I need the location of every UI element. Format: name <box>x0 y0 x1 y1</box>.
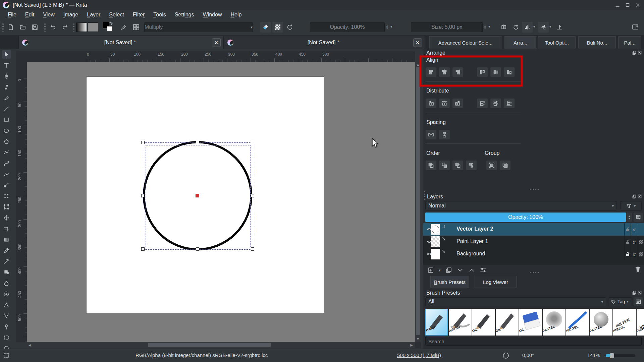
selection-handle-top-center[interactable] <box>196 141 199 144</box>
horizontal-scrollbar[interactable]: ◀ ▶ <box>27 342 415 348</box>
layer-lock-cell[interactable] <box>624 223 631 236</box>
menu-edit[interactable]: Edit <box>21 10 39 20</box>
new-document-button[interactable] <box>5 22 16 33</box>
float-docker-icon[interactable] <box>632 51 636 55</box>
delete-layer-button[interactable] <box>635 266 641 273</box>
tool-ellipse[interactable] <box>2 126 11 135</box>
menu-window[interactable]: Window <box>199 10 226 20</box>
send-to-back-button[interactable] <box>466 160 477 170</box>
opacity-dropdown-arrow[interactable]: ▾ <box>390 24 392 29</box>
undo-button[interactable] <box>48 22 58 33</box>
tag-button[interactable]: Tag ▾ <box>608 297 632 306</box>
snap-button[interactable] <box>554 22 565 33</box>
close-docker-icon[interactable] <box>638 291 642 295</box>
gradient-chooser[interactable] <box>76 22 87 32</box>
tool-edit-shapes[interactable] <box>2 72 11 80</box>
document-tab-1[interactable]: [Not Saved] * ✕ <box>18 36 224 49</box>
scroll-down-arrow[interactable]: ▼ <box>415 337 421 341</box>
tool-enclose-fill[interactable] <box>2 290 11 298</box>
tool-polygon[interactable] <box>2 137 11 146</box>
redo-button[interactable] <box>60 22 70 33</box>
brush-preset[interactable]: WATER <box>449 309 472 336</box>
horizontal-scrollbar-handle[interactable] <box>148 343 271 347</box>
selection-handle-bottom-right[interactable] <box>251 247 254 251</box>
splitter-handle[interactable] <box>530 272 539 273</box>
swap-colors-icon[interactable] <box>109 21 113 25</box>
save-button[interactable] <box>30 22 40 33</box>
tool-multibrush[interactable] <box>2 192 11 200</box>
selection-handle-middle-left[interactable] <box>141 194 145 197</box>
tool-transform[interactable] <box>2 202 11 211</box>
brush-preset[interactable]: INK PEN PENCIL <box>613 309 636 336</box>
tab-log-viewer[interactable]: Log Viewer <box>475 276 517 288</box>
layer-alpha-cell[interactable]: α <box>631 248 637 260</box>
distribute-hcenter-button[interactable] <box>439 98 450 108</box>
lower-button[interactable] <box>452 160 464 170</box>
group-button[interactable] <box>486 160 497 170</box>
presets-view-mode-button[interactable] <box>634 297 643 306</box>
bring-to-front-button[interactable] <box>425 160 437 170</box>
duplicate-layer-button[interactable] <box>445 267 452 274</box>
ungroup-button[interactable] <box>499 160 511 170</box>
tool-line[interactable] <box>2 105 11 113</box>
tool-polyline[interactable] <box>2 148 11 157</box>
zoom-percentage[interactable]: 141% <box>587 352 600 358</box>
vertical-scrollbar[interactable]: ▲ ▼ <box>415 62 421 342</box>
open-document-button[interactable] <box>17 22 28 33</box>
canvas-viewport[interactable] <box>27 62 415 342</box>
vertical-scrollbar-handle[interactable] <box>416 67 420 335</box>
menu-tools[interactable]: Tools <box>149 10 170 20</box>
tool-measure[interactable] <box>2 311 11 320</box>
blend-mode-combo[interactable]: Multiply ▾ <box>144 22 253 32</box>
layer-alpha-cell[interactable]: α <box>631 223 637 236</box>
close-button[interactable] <box>633 1 643 9</box>
menu-settings[interactable]: Settings <box>170 10 199 20</box>
move-layer-down-button[interactable] <box>457 267 464 274</box>
menu-layer[interactable]: Layer <box>83 10 105 20</box>
canvas-page[interactable] <box>87 77 324 313</box>
layer-row-background[interactable]: Background α <box>423 248 644 261</box>
brush-tag-filter-combo[interactable]: All ▾ <box>425 297 606 306</box>
brush-preset[interactable]: OIL <box>519 309 542 336</box>
add-layer-dropdown[interactable]: ▾ <box>439 268 441 273</box>
toolbar-drag-handle[interactable] <box>2 23 4 32</box>
docker-drag-handle[interactable] <box>424 191 425 200</box>
menu-filter[interactable]: Filter <box>128 10 149 20</box>
tool-calligraphy[interactable] <box>2 83 11 92</box>
tool-dynamic-brush[interactable] <box>2 181 11 189</box>
pattern-chooser[interactable] <box>88 22 98 32</box>
move-layer-up-button[interactable] <box>468 267 475 274</box>
opacity-spinner[interactable]: ▴▾ <box>384 22 390 32</box>
float-docker-icon[interactable] <box>632 194 636 198</box>
shape-center-point[interactable] <box>196 194 199 197</box>
zoom-slider-handle[interactable] <box>610 353 614 358</box>
selection-handle-bottom-left[interactable] <box>141 247 145 251</box>
menu-help[interactable]: Help <box>226 10 246 20</box>
layer-row-vector-layer-2[interactable]: Vector Layer 2 α <box>423 223 644 236</box>
layer-thumbnail[interactable] <box>431 224 440 235</box>
selection-handle-bottom-center[interactable] <box>196 247 199 251</box>
wraparound-mode-button[interactable] <box>498 22 509 33</box>
brush-search-input[interactable] <box>425 337 642 346</box>
dock-tab-palette[interactable]: Pal... <box>618 36 641 49</box>
layer-lock-cell[interactable] <box>624 248 631 260</box>
tab-brush-presets[interactable]: Brush Presets <box>430 276 469 288</box>
tool-color-sampler[interactable] <box>2 246 11 255</box>
layer-properties-button[interactable] <box>480 267 487 274</box>
toolbar-drag-handle[interactable] <box>44 23 46 32</box>
mirror-horizontal-dropdown[interactable]: ▾ <box>533 24 535 29</box>
rotation-angle-value[interactable]: 0,00° <box>522 352 534 358</box>
maximize-button[interactable] <box>623 1 633 9</box>
tool-bezier-curve[interactable] <box>2 159 11 168</box>
layer-opacity-spinner[interactable]: ▴▾ <box>627 213 632 222</box>
opacity-slider[interactable]: Opacity: 100% <box>310 22 385 32</box>
mirror-horizontal-button[interactable] <box>522 22 533 33</box>
tool-colorize-mask[interactable] <box>2 257 11 266</box>
close-tab-button[interactable]: ✕ <box>413 38 422 47</box>
dock-tab-advanced-color-selector[interactable]: Advanced Colour Sele... <box>429 36 501 49</box>
document-size-text[interactable]: 500 x 500 (1,7 MiB) <box>397 352 441 358</box>
layer-row-paint-layer-1[interactable]: Paint Layer 1 α <box>423 236 644 248</box>
spacing-vertical-button[interactable] <box>439 130 450 140</box>
selection-handle-middle-right[interactable] <box>251 194 254 197</box>
layer-inherit-alpha-cell[interactable] <box>637 236 644 248</box>
